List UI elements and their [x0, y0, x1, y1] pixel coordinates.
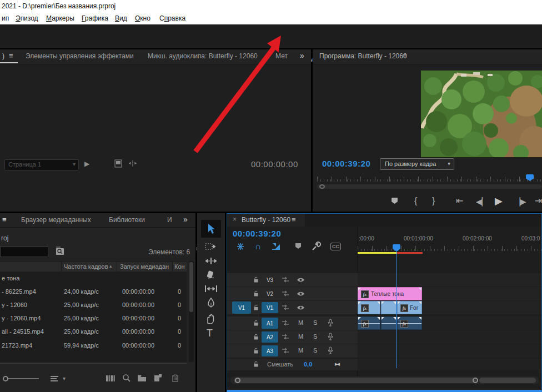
volume-band[interactable] — [358, 323, 380, 324]
add-marker-icon[interactable] — [391, 197, 398, 204]
tab-effect-controls[interactable]: Элементы управления эффектами — [26, 52, 134, 60]
chevron-down-icon[interactable]: ▾ — [63, 375, 66, 381]
linked-selection-icon[interactable] — [272, 242, 281, 251]
tab-media-browser[interactable]: Браузер медиаданных — [21, 216, 91, 224]
lock-icon[interactable] — [253, 277, 259, 283]
wrench-icon[interactable] — [312, 242, 321, 251]
tool-type[interactable]: T — [207, 328, 213, 339]
tool-hand[interactable] — [205, 313, 217, 324]
scrollbar-bar[interactable] — [234, 378, 477, 383]
tab-libraries[interactable]: Библиотеки — [109, 216, 145, 224]
partial-tab[interactable]: ) — [2, 52, 4, 60]
scrollbar-handle-right[interactable] — [473, 378, 478, 383]
source-patch-v1[interactable]: V1 — [232, 301, 251, 314]
scrollbar-thumb[interactable] — [189, 262, 193, 312]
clip-warm-tones[interactable]: fx Теплые тона — [358, 287, 422, 300]
fx-badge[interactable]: fx — [400, 320, 408, 328]
sync-lock-icon[interactable] — [282, 277, 289, 283]
trash-icon[interactable] — [172, 374, 179, 382]
menu-item-markers[interactable]: Маркеры — [46, 14, 74, 22]
menu-item-help[interactable]: Справка — [159, 14, 185, 22]
eye-icon[interactable] — [297, 305, 305, 310]
sync-lock-icon[interactable] — [282, 304, 289, 310]
sync-lock-icon[interactable] — [282, 348, 289, 354]
filmstrip-icon[interactable] — [106, 374, 116, 383]
tab-info-partial[interactable]: И — [167, 216, 172, 224]
video-clip-3[interactable]: fx For — [397, 301, 422, 314]
goto-in-icon[interactable]: ⇤ — [456, 197, 463, 205]
mute-button[interactable]: M — [298, 319, 303, 326]
trim-icon[interactable] — [128, 160, 137, 167]
fx-badge[interactable]: fx — [361, 320, 369, 328]
column-media-start[interactable]: Запуск медиадан — [120, 263, 169, 270]
sync-lock-icon[interactable] — [282, 290, 289, 296]
column-framerate[interactable]: Частота кадров — [64, 263, 108, 270]
timeline-timecode[interactable]: 00:00:39:20 — [233, 229, 281, 238]
tab-overflow-icon[interactable]: » — [183, 215, 188, 224]
table-row[interactable]: у - 12060.mp4 25,00 кадр/с 00:00:00:00 0 — [0, 311, 187, 325]
mic-icon[interactable] — [327, 346, 334, 355]
new-item-icon[interactable] — [154, 374, 162, 382]
scrollbar-handle-left[interactable] — [235, 378, 240, 383]
tab-metadata-partial[interactable]: Мет — [275, 52, 288, 60]
audio-clip-3[interactable]: fx — [397, 316, 422, 330]
captions-icon[interactable]: CC — [330, 243, 341, 250]
search-input[interactable] — [0, 247, 48, 257]
lock-icon[interactable] — [253, 361, 259, 368]
sync-lock-icon[interactable] — [282, 334, 289, 340]
program-menu-icon[interactable]: ≡ — [403, 52, 407, 60]
tool-selection[interactable] — [201, 220, 221, 238]
track-name-a2[interactable]: A2 — [262, 331, 278, 343]
program-timecode[interactable]: 00:00:39:20 — [322, 159, 370, 168]
volume-band[interactable] — [398, 323, 421, 324]
program-title[interactable]: Программа: Butterfly - 12060 — [319, 52, 407, 60]
table-row[interactable]: - 86225.mp4 24,00 кадр/с 00:00:00:00 0 — [0, 285, 187, 298]
program-ruler[interactable] — [317, 174, 542, 182]
lock-icon[interactable] — [253, 334, 259, 340]
nest-sequence-icon[interactable] — [236, 242, 245, 251]
panel-menu-icon[interactable]: ≡ — [2, 215, 7, 224]
track-lane-a2[interactable] — [358, 330, 541, 344]
mute-button[interactable]: M — [298, 347, 303, 354]
tool-slip[interactable] — [204, 284, 218, 293]
play-page-icon[interactable]: ▶ — [84, 160, 89, 168]
lock-icon[interactable] — [253, 320, 259, 326]
solo-button[interactable]: S — [313, 319, 317, 326]
audio-clip-2[interactable] — [381, 316, 397, 330]
lock-icon[interactable] — [253, 290, 259, 297]
eye-icon[interactable] — [297, 277, 305, 283]
marker-icon[interactable] — [295, 243, 302, 249]
panel-menu-icon[interactable]: ≡ — [9, 52, 13, 60]
mark-in-icon[interactable]: { — [414, 197, 417, 205]
program-scrollbar[interactable] — [317, 184, 542, 189]
audio-clip-1[interactable]: fx — [358, 316, 380, 330]
volume-band[interactable] — [382, 323, 396, 324]
track-lane-a3[interactable] — [358, 344, 541, 358]
tool-pen[interactable] — [206, 298, 216, 308]
close-icon[interactable]: × — [233, 215, 237, 223]
zoom-slider-handle[interactable] — [3, 376, 8, 381]
comparison-view-icon[interactable] — [114, 159, 122, 168]
timeline-menu-icon[interactable]: ≡ — [292, 215, 296, 224]
menu-item-sequence[interactable]: Эпизод — [16, 14, 38, 22]
timeline-playhead-line[interactable] — [397, 252, 397, 368]
sort-icon[interactable]: ▴ — [109, 263, 112, 269]
video-clip-2[interactable] — [381, 301, 397, 314]
fx-badge[interactable]: fx — [361, 304, 369, 312]
tool-track-select-forward[interactable] — [205, 242, 217, 251]
table-row[interactable]: у - 12060 25,00 кадр/с 00:00:00:00 0 — [0, 298, 187, 311]
track-name-v1[interactable]: V1 — [262, 302, 278, 313]
solo-button[interactable]: S — [313, 333, 317, 340]
track-lane-v3[interactable] — [358, 273, 541, 287]
track-name-a3[interactable]: A3 — [262, 345, 278, 356]
eye-icon[interactable] — [297, 291, 305, 296]
lock-icon[interactable] — [253, 348, 259, 354]
play-icon[interactable]: ▶ — [495, 196, 503, 206]
mic-icon[interactable] — [327, 333, 334, 341]
page-select[interactable]: Страница 1 ▾ — [4, 159, 79, 170]
scrollbar-handle[interactable] — [319, 184, 325, 189]
zoom-slider[interactable] — [4, 378, 39, 379]
search-in-icon[interactable] — [55, 247, 65, 255]
mix-value[interactable]: 0,0 — [304, 361, 312, 368]
table-row[interactable]: 21723.mp4 59,94 кадр/с 00:00:00:00 0 — [0, 339, 187, 352]
